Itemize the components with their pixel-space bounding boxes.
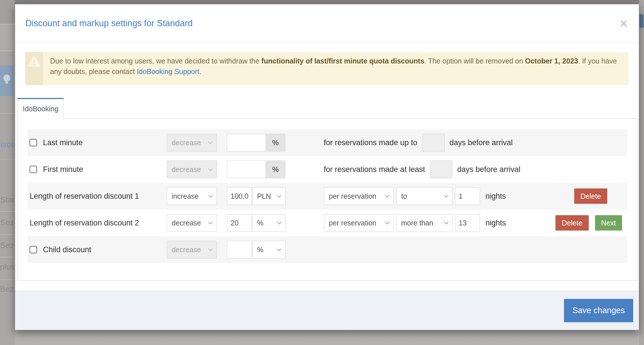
select-value: increase [172,192,199,200]
length1-currency-select[interactable]: PLN [252,187,286,205]
length1-condition: per reservation to nights [324,187,506,205]
child-mode-select: decrease [167,241,217,258]
length2-amount-input[interactable] [227,214,252,232]
last-minute-value-group: % [227,134,285,151]
row-label: Length of reservation discount 2 [30,219,139,227]
background-divider [0,257,15,257]
first-minute-value-input[interactable] [227,161,266,178]
lightbulb-icon [3,75,10,81]
length1-nights-input[interactable] [455,187,480,205]
last-minute-value-input[interactable] [227,134,266,151]
chevron-down-icon [385,193,390,198]
first-minute-condition: for reservations made at least days befo… [324,161,520,178]
length1-actions: Delete [574,188,607,204]
nights-label: nights [485,192,506,201]
child-discount-checkbox[interactable] [30,246,37,253]
length2-scope-select[interactable]: per reservation [324,214,394,232]
chevron-down-icon [444,193,449,198]
select-value: % [257,246,263,254]
length2-nights-input[interactable] [455,214,480,232]
row-label: Length of reservation discount 1 [30,192,139,201]
length1-amount-input[interactable] [227,187,252,205]
length2-comparator-select[interactable]: more than [396,214,453,232]
row-length-discount-2: Length of reservation discount 2 decreas… [27,210,627,236]
length1-comparator-select[interactable]: to [396,187,453,205]
chevron-down-icon [277,247,282,251]
chevron-down-icon [208,139,213,144]
child-value-group: % [227,241,286,258]
chevron-down-icon [277,220,282,224]
select-value: per reservation [329,219,376,227]
row-first-minute: First minute decrease % for reservations… [27,156,627,183]
background-page-right [639,0,644,345]
first-minute-checkbox[interactable] [30,166,37,173]
last-minute-days-input [422,134,445,151]
background-divider [0,211,15,212]
length1-value-group: PLN [227,187,286,205]
warning-icon [28,56,40,67]
length2-next-button[interactable]: Next [595,215,622,231]
scrollbar-thumb[interactable] [639,14,644,28]
length2-delete-button[interactable]: Delete [555,215,588,231]
length2-value-group: % [227,214,286,232]
length1-delete-button[interactable]: Delete [574,188,607,204]
condition-text-after: days before arrival [450,138,513,147]
percent-addon: % [266,161,285,178]
chevron-down-icon [208,193,213,198]
warning-bold-date: October 1, 2023 [525,57,578,65]
background-text-fragment: plus [0,262,15,272]
warning-message: Due to low interest among users, we have… [43,52,629,85]
select-value: to [401,192,407,200]
warning-text: . The option will be removed on [424,57,525,65]
select-value: % [257,219,263,227]
modal-header: Discount and markup settings for Standar… [15,4,639,42]
background-text-fragment: isco [0,139,15,149]
child-value-input[interactable] [227,241,252,258]
background-divider [0,159,15,160]
background-divider [0,113,15,114]
length2-condition: per reservation more than nights [324,214,506,232]
nights-label: nights [485,219,506,227]
first-minute-days-input [430,161,452,178]
length1-scope-select[interactable]: per reservation [324,187,394,205]
save-changes-button[interactable]: Save changes [564,299,633,322]
close-icon[interactable]: × [620,17,627,30]
child-unit-select[interactable]: % [252,241,286,258]
select-value: PLN [257,192,271,200]
chevron-down-icon [277,193,282,198]
row-last-minute: Last minute decrease % for reservations … [27,129,627,156]
row-label-group: First minute [30,165,164,174]
length2-mode-select[interactable]: decrease [167,214,217,232]
row-length-discount-1: Length of reservation discount 1 increas… [27,183,627,210]
last-minute-checkbox[interactable] [30,139,37,146]
background-divider [0,280,15,280]
row-label-group: Length of reservation discount 2 [30,219,164,227]
chevron-down-icon [444,220,449,224]
select-value: per reservation [329,192,376,200]
row-label: Child discount [43,245,91,254]
tab-idobooking[interactable]: IdoBooking [17,98,64,118]
chevron-down-icon [208,247,213,251]
background-divider [0,234,15,235]
chevron-down-icon [208,166,213,171]
condition-text-before: for reservations made at least [324,165,425,174]
select-value: more than [401,219,433,227]
background-band [0,24,15,51]
background-divider [0,51,15,51]
support-link[interactable]: IdoBooking Support [137,67,199,75]
row-label: First minute [43,165,83,174]
discount-settings-modal: Discount and markup settings for Standar… [15,4,639,330]
chevron-down-icon [208,220,213,224]
length1-mode-select[interactable]: increase [167,187,217,205]
row-child-discount: Child discount decrease % [27,236,627,263]
row-label-group: Length of reservation discount 1 [30,192,164,201]
condition-text-after: days before arrival [457,165,520,174]
length2-unit-select[interactable]: % [252,214,286,232]
background-page-left: isco Stand Sezor Sezor plus Bezzw [0,0,15,345]
last-minute-mode-select: decrease [167,134,217,151]
first-minute-value-group: % [227,161,285,178]
tab-panel: Last minute decrease % for reservations … [17,118,637,281]
chevron-down-icon [385,220,390,224]
first-minute-mode-select: decrease [167,161,217,178]
condition-text-before: for reservations made up to [324,138,417,147]
